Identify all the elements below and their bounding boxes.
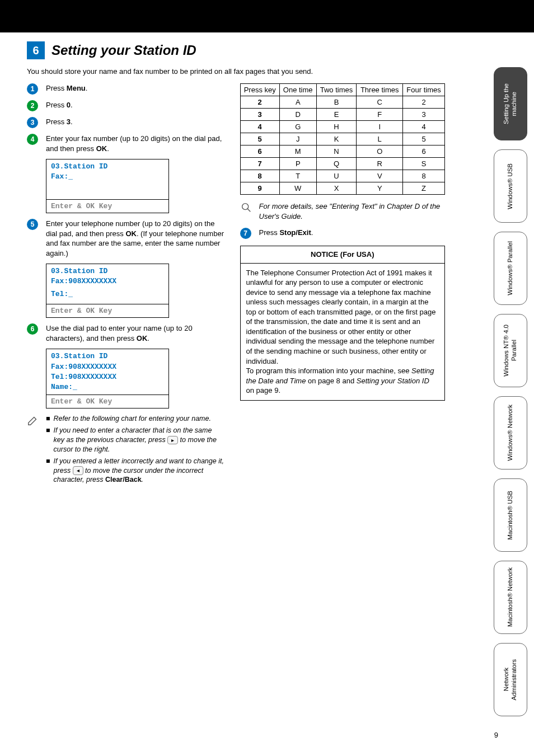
step-3: 3 Press 3. <box>27 117 224 128</box>
header-band <box>0 0 534 32</box>
lcd-line: 03.Station ID <box>51 266 164 276</box>
right-arrow-key-icon: ▸ <box>167 436 178 445</box>
tab-windows-network[interactable]: Windows® Network <box>494 396 527 469</box>
table-cell: 5 <box>240 133 279 145</box>
table-header: Two times <box>316 84 357 96</box>
table-cell: 5 <box>403 133 445 145</box>
clear-back-key: Clear/Back <box>105 476 142 483</box>
stop-exit-key: Stop/Exit <box>279 228 311 237</box>
table-cell: S <box>403 158 445 170</box>
lcd-prompt: Enter & OK Key <box>46 304 168 317</box>
note-text: . <box>142 476 143 483</box>
ok-key: OK <box>125 229 137 238</box>
table-cell: D <box>279 109 316 121</box>
table-row: 8TUV8 <box>240 170 444 182</box>
step-text: Press <box>46 101 67 109</box>
step-bullet: 2 <box>27 100 38 111</box>
step-bullet: 7 <box>240 228 251 239</box>
table-cell: U <box>316 170 357 182</box>
step-1: 1 Press Menu. <box>27 83 224 95</box>
tab-macintosh-network[interactable]: Macintosh® Network <box>494 561 527 634</box>
notice-box: NOTICE (For USA) The Telephone Consumer … <box>240 246 445 401</box>
table-row: 9WXYZ <box>240 182 444 195</box>
table-cell: 4 <box>240 121 279 133</box>
notice-paragraph: The Telephone Consumer Protection Act of… <box>246 268 439 366</box>
table-cell: R <box>357 158 403 170</box>
step-6: 6 Use the dial pad to enter your name (u… <box>27 323 224 343</box>
table-cell: K <box>316 133 357 145</box>
notice-paragraph: To program this information into your ma… <box>246 366 439 396</box>
table-cell: C <box>357 96 403 109</box>
table-cell: O <box>357 145 403 158</box>
step-text: . <box>311 228 313 237</box>
lcd-line: Fax:_ <box>51 172 164 182</box>
menu-key: Menu <box>67 84 86 92</box>
table-cell: V <box>357 170 403 182</box>
tab-macintosh-usb[interactable]: Macintosh® USB <box>494 478 527 552</box>
table-cell: 3 <box>240 109 279 121</box>
step-bullet: 4 <box>27 134 38 145</box>
details-note: For more details, see "Entering Text" in… <box>240 201 445 221</box>
table-header: Four times <box>403 84 445 96</box>
tab-windows-usb[interactable]: Windows® USB <box>494 149 527 223</box>
table-row: 4GHI4 <box>240 121 444 133</box>
details-text: For more details, see "Entering Text" in… <box>259 201 445 221</box>
step-bullet: 5 <box>27 219 38 230</box>
lcd-line: Tel:_ <box>51 289 164 299</box>
character-entry-table: Press keyOne timeTwo timesThree timesFou… <box>240 83 445 195</box>
lcd-line: Fax:908XXXXXXXX <box>51 276 164 287</box>
step-7: 7 Press Stop/Exit. <box>240 228 445 239</box>
step-text: . <box>147 334 149 342</box>
table-row: 5JKL5 <box>240 133 444 145</box>
table-row: 6MNO6 <box>240 145 444 158</box>
section-title: Setting your Station ID <box>51 43 196 58</box>
table-cell: M <box>279 145 316 158</box>
lcd-prompt: Enter & OK Key <box>46 395 168 408</box>
step-4: 4 Enter your fax number (up to 20 digits… <box>27 134 224 153</box>
step-text: Press <box>46 118 67 126</box>
table-header: Three times <box>357 84 403 96</box>
lcd-prompt: Enter & OK Key <box>46 200 168 213</box>
step-text: Enter your fax number (up to 20 digits) … <box>46 134 222 153</box>
lcd-line: Tel:908XXXXXXXX <box>51 372 164 382</box>
page-number: 9 <box>494 731 498 739</box>
step-text: Press <box>259 228 280 237</box>
step-text: . <box>107 144 109 153</box>
table-cell: 8 <box>403 170 445 182</box>
lcd-display-2: 03.Station ID Fax:908XXXXXXXX Tel:_ Ente… <box>46 264 169 318</box>
table-row: 3DEF3 <box>240 109 444 121</box>
tab-setting-up[interactable]: Setting Up the machine <box>494 67 527 140</box>
tab-windows-nt-parallel[interactable]: Windows NT® 4.0 Parallel <box>494 314 527 387</box>
tab-windows-parallel[interactable]: Windows® Parallel <box>494 232 527 305</box>
note-block: ■Refer to the following chart for enteri… <box>27 414 224 487</box>
table-row: 2ABC2 <box>240 96 444 109</box>
table-cell: 6 <box>403 145 445 158</box>
step-text: Use the dial pad to enter your name (up … <box>46 324 193 342</box>
notice-title: NOTICE (For USA) <box>241 246 444 264</box>
lcd-line: 03.Station ID <box>51 351 164 361</box>
table-header: One time <box>279 84 316 96</box>
key-0: 0 <box>67 101 71 109</box>
lcd-line: Fax:908XXXXXXXX <box>51 362 164 372</box>
lcd-line: 03.Station ID <box>51 162 164 172</box>
tab-network-admins[interactable]: Network Administrators <box>494 643 527 716</box>
step-bullet: 3 <box>27 117 38 128</box>
ok-key: OK <box>96 144 107 153</box>
side-tabs: Setting Up the machine Windows® USB Wind… <box>494 67 527 716</box>
note-text: Refer to the following chart for enterin… <box>54 414 211 424</box>
section-number: 6 <box>27 41 45 59</box>
key-3: 3 <box>67 118 71 126</box>
table-cell: 2 <box>240 96 279 109</box>
lcd-line: Name:_ <box>51 382 164 392</box>
table-cell: G <box>279 121 316 133</box>
table-cell: 8 <box>240 170 279 182</box>
table-header: Press key <box>240 84 279 96</box>
step-text: . <box>86 84 88 92</box>
lcd-display-1: 03.Station ID Fax:_ Enter & OK Key <box>46 159 169 213</box>
table-cell: P <box>279 158 316 170</box>
table-cell: Y <box>357 182 403 195</box>
table-cell: 9 <box>240 182 279 195</box>
step-bullet: 6 <box>27 323 38 335</box>
lcd-display-3: 03.Station ID Fax:908XXXXXXXX Tel:908XXX… <box>46 349 169 408</box>
table-row: 7PQRS <box>240 158 444 170</box>
